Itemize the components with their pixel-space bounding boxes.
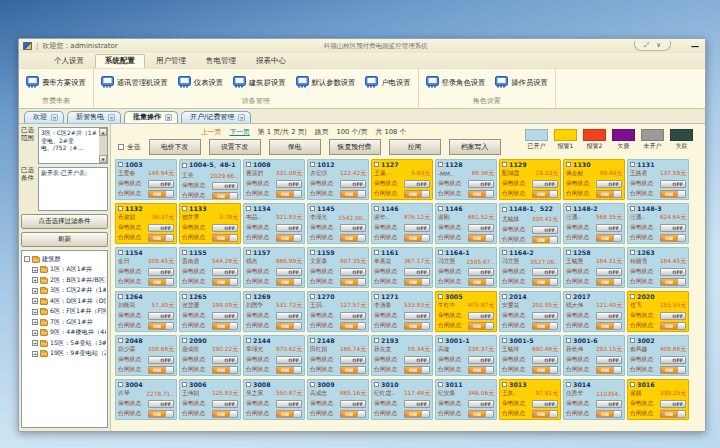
power-keep-toggle[interactable]: OFF	[340, 356, 366, 364]
power-keep-toggle[interactable]: OFF	[276, 268, 302, 276]
meter-card[interactable]: 1132 石俊娟 36.37元 保电状态 OFF 合闸状态 ON	[115, 203, 177, 244]
card-checkbox[interactable]	[310, 206, 315, 211]
power-keep-toggle[interactable]: OFF	[276, 180, 302, 188]
card-checkbox[interactable]	[182, 163, 187, 168]
meter-card[interactable]: 3002 俞风越 409.88元 保电状态 OFF 合闸状态 ON	[627, 335, 689, 376]
menu-item[interactable]: 售电管理	[197, 55, 245, 68]
card-checkbox[interactable]	[374, 382, 379, 387]
switch-toggle[interactable]: ON	[532, 190, 558, 198]
document-tab[interactable]: 批量操作 ×	[124, 111, 178, 123]
meter-card[interactable]: 1271 李清泰 533.83元 保电状态 OFF 合闸状态 ON	[371, 291, 433, 332]
power-keep-toggle[interactable]: OFF	[340, 268, 366, 276]
menu-item[interactable]: 系统配置	[95, 54, 145, 68]
card-checkbox[interactable]	[566, 206, 571, 211]
meter-card[interactable]: 2144 章瑾光 870.62元 保电状态 OFF 合闸状态 ON	[243, 335, 305, 376]
power-keep-toggle[interactable]: OFF	[660, 356, 686, 364]
collapse-icon[interactable]: -	[24, 256, 30, 262]
card-checkbox[interactable]	[630, 294, 635, 299]
switch-toggle[interactable]: ON	[148, 234, 174, 242]
meter-card[interactable]: 3010 纪红霞.. 117.48元 保电状态 OFF 合闸状态 ON	[371, 379, 433, 420]
card-checkbox[interactable]	[502, 250, 507, 255]
power-keep-toggle[interactable]: OFF	[276, 224, 302, 232]
meter-card[interactable]: 3014 仇秀华 110354.. 保电状态 OFF 合闸状态 ON	[563, 379, 625, 420]
power-keep-toggle[interactable]: OFF	[212, 268, 238, 276]
card-checkbox[interactable]	[246, 382, 251, 387]
power-keep-toggle[interactable]: OFF	[276, 312, 302, 320]
switch-toggle[interactable]: ON	[212, 278, 238, 286]
meter-card[interactable]: 3001-6 孙长伟 293.15元 保电状态 OFF 合闸状态 ON	[563, 335, 625, 376]
switch-toggle[interactable]: ON	[596, 190, 622, 198]
meter-card[interactable]: 1161 单熹花 367.17元 保电状态 OFF 合闸状态 ON	[371, 247, 433, 288]
power-keep-toggle[interactable]: OFF	[532, 400, 558, 408]
meter-card[interactable]: 3008 吴之翼 550.87元 保电状态 OFF 合闸状态 ON	[243, 379, 305, 420]
expand-icon[interactable]: +	[32, 340, 38, 346]
switch-toggle[interactable]: ON	[340, 278, 366, 286]
card-checkbox[interactable]	[374, 162, 379, 167]
meter-card[interactable]: 2090 唐成欣 190.22元 保电状态 OFF 合闸状态 ON	[179, 335, 241, 376]
meter-card[interactable]: 3006 王伟娟 125.83元 保电状态 OFF 合闸状态 ON	[179, 379, 241, 420]
meter-card[interactable]: 1148-1、522 尤毓妹 330.41元 保电状态 OFF 合闸状态 ON	[499, 203, 561, 244]
tree-item[interactable]: + 1区：A区1#井	[24, 265, 106, 274]
power-keep-toggle[interactable]: OFF	[340, 312, 366, 320]
meter-card[interactable]: 1157 钱杰 686.99元 保电状态 OFF 合闸状态 ON	[243, 247, 305, 288]
card-checkbox[interactable]	[118, 294, 123, 299]
power-keep-toggle[interactable]: OFF	[212, 182, 238, 190]
power-keep-toggle[interactable]: OFF	[212, 400, 238, 408]
card-checkbox[interactable]	[118, 162, 123, 167]
card-checkbox[interactable]	[438, 250, 443, 255]
card-checkbox[interactable]	[118, 382, 123, 387]
power-keep-toggle[interactable]: OFF	[340, 400, 366, 408]
card-checkbox[interactable]	[630, 338, 635, 343]
tree-item[interactable]: + 19区：9#变电站（2#...	[24, 349, 106, 358]
switch-toggle[interactable]: ON	[404, 366, 430, 374]
switch-toggle[interactable]: ON	[596, 410, 622, 418]
card-checkbox[interactable]	[374, 294, 379, 299]
meter-card[interactable]: 1145 李瑾光 1542.00.. 保电状态 OFF 合闸状态 ON	[307, 203, 369, 244]
menu-item[interactable]: 个人设置	[45, 55, 93, 68]
card-checkbox[interactable]	[566, 162, 571, 167]
power-keep-toggle[interactable]: OFF	[404, 400, 430, 408]
card-checkbox[interactable]	[630, 162, 635, 167]
meter-card[interactable]: 3005 牛红中 475.87元 保电状态 OFF 合闸状态 ON	[435, 291, 497, 332]
selected-condition-box[interactable]: 新开表:已开户表;	[38, 167, 108, 211]
meter-card[interactable]: 2014 安雯花 202.95元 保电状态 OFF 合闸状态 ON	[499, 291, 561, 332]
card-checkbox[interactable]	[374, 338, 379, 343]
meter-card[interactable]: 1003 王爱春 148.94元 保电状态 OFF 合闸状态 ON	[115, 159, 177, 200]
power-keep-toggle[interactable]: OFF	[660, 180, 686, 188]
card-checkbox[interactable]	[182, 338, 187, 343]
meter-card[interactable]: 2193 孙先龙 59.34元 保电状态 OFF 合闸状态 ON	[371, 335, 433, 376]
selected-range-listbox[interactable]: 3区：C区2#井（1#变电、2#变电、/752（#... ▲ ▼	[38, 127, 108, 164]
power-keep-toggle[interactable]: OFF	[468, 224, 494, 232]
switch-toggle[interactable]: ON	[212, 322, 238, 330]
meter-card[interactable]: 1270 王玥.. 127.57元 保电状态 OFF 合闸状态 ON	[307, 291, 369, 332]
power-keep-toggle[interactable]: OFF	[468, 268, 494, 276]
power-keep-toggle[interactable]: OFF	[660, 312, 686, 320]
select-all-checkbox[interactable]	[118, 144, 124, 150]
card-checkbox[interactable]	[502, 294, 507, 299]
card-checkbox[interactable]	[246, 250, 251, 255]
meter-card[interactable]: 3001-1 高璇 238.37元 保电状态 OFF 合闸状态 ON	[435, 335, 497, 376]
listbox-scrollbar[interactable]: ▲ ▼	[99, 128, 107, 163]
switch-toggle[interactable]: ON	[340, 322, 366, 330]
document-tab[interactable]: 欢迎 ×	[24, 111, 64, 123]
switch-toggle[interactable]: ON	[468, 322, 494, 330]
power-keep-toggle[interactable]: OFF	[148, 180, 174, 188]
meter-card[interactable]: 1155 贵南唐 544.28元 保电状态 OFF 合闸状态 ON	[179, 247, 241, 288]
switch-toggle[interactable]: ON	[532, 236, 558, 244]
switch-toggle[interactable]: ON	[276, 234, 302, 242]
card-checkbox[interactable]	[182, 250, 187, 255]
card-checkbox[interactable]	[502, 338, 507, 343]
card-checkbox[interactable]	[310, 382, 315, 387]
power-keep-toggle[interactable]: OFF	[404, 312, 430, 320]
power-keep-toggle[interactable]: OFF	[660, 400, 686, 408]
meter-card[interactable]: 1133 德井昊 3.78元 保电状态 OFF 合闸状态 ON	[179, 203, 241, 244]
card-checkbox[interactable]	[310, 162, 315, 167]
switch-toggle[interactable]: ON	[404, 190, 430, 198]
card-checkbox[interactable]	[118, 338, 123, 343]
meter-card[interactable]: 1258 王毓慧 184.31元 保电状态 OFF 合闸状态 ON	[563, 247, 625, 288]
card-checkbox[interactable]	[246, 294, 251, 299]
power-keep-toggle[interactable]: OFF	[212, 312, 238, 320]
switch-toggle[interactable]: ON	[596, 234, 622, 242]
tree-item[interactable]: + 15区：5#变站（3#变...	[24, 339, 106, 348]
switch-toggle[interactable]: ON	[404, 410, 430, 418]
